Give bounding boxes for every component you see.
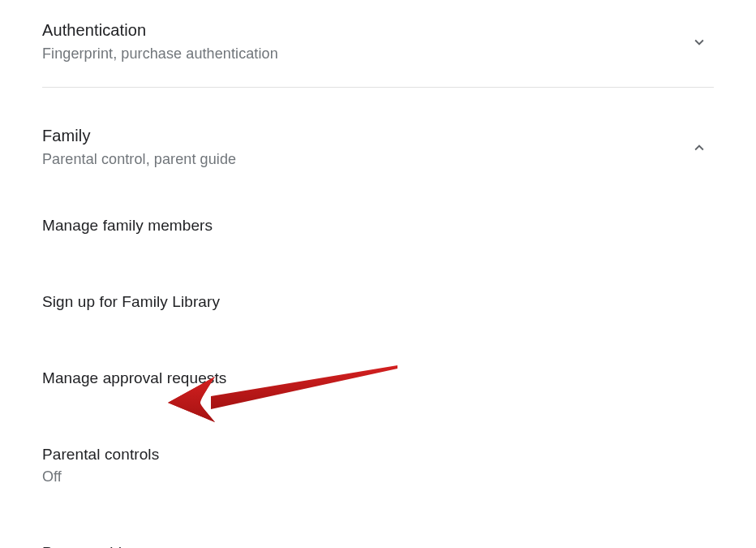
manage-family-members-item[interactable]: Manage family members <box>42 202 714 249</box>
item-title: Manage approval requests <box>42 369 714 387</box>
authentication-section-header[interactable]: Authentication Fingerprint, purchase aut… <box>42 16 714 77</box>
settings-list: Authentication Fingerprint, purchase aut… <box>0 0 756 548</box>
item-title: Sign up for Family Library <box>42 293 714 311</box>
family-section: Family Parental control, parent guide Ma… <box>42 88 714 548</box>
family-title: Family <box>42 127 689 145</box>
authentication-title: Authentication <box>42 21 689 40</box>
parent-guide-item[interactable]: Parent guide <box>42 529 714 548</box>
family-items: Manage family members Sign up for Family… <box>42 173 714 548</box>
item-title: Manage family members <box>42 217 714 235</box>
manage-approval-requests-item[interactable]: Manage approval requests <box>42 355 714 402</box>
authentication-text: Authentication Fingerprint, purchase aut… <box>42 21 689 63</box>
sign-up-family-library-item[interactable]: Sign up for Family Library <box>42 278 714 326</box>
item-subtitle: Off <box>42 468 714 485</box>
item-title: Parent guide <box>42 544 714 548</box>
chevron-down-icon <box>689 32 709 52</box>
family-text: Family Parental control, parent guide <box>42 127 689 168</box>
parental-controls-item[interactable]: Parental controls Off <box>42 431 714 500</box>
chevron-up-icon <box>689 138 709 157</box>
authentication-subtitle: Fingerprint, purchase authentication <box>42 45 689 63</box>
item-title: Parental controls <box>42 446 714 464</box>
family-section-header[interactable]: Family Parental control, parent guide <box>42 122 714 173</box>
family-subtitle: Parental control, parent guide <box>42 151 689 168</box>
